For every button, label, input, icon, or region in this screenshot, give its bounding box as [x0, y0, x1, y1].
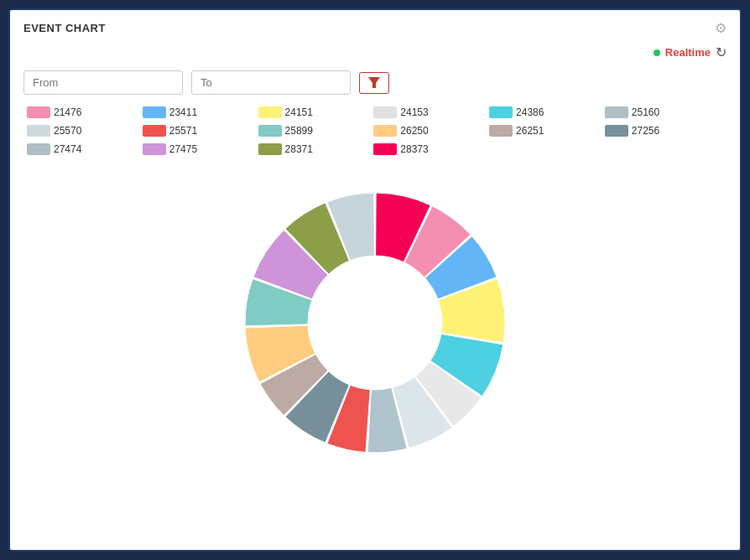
filter-button[interactable] [359, 72, 389, 94]
legend-swatch [258, 143, 282, 155]
legend-label: 25571 [169, 125, 197, 137]
legend-item: 27256 [605, 125, 721, 137]
legend-swatch [143, 125, 166, 137]
legend-swatch [27, 106, 50, 118]
legend-label: 26251 [516, 125, 544, 137]
legend-label: 21476 [54, 106, 81, 118]
event-chart-card: EVENT CHART ⚙ Realtime ↻ 21476 23411 241… [8, 8, 742, 552]
legend-swatch [373, 143, 397, 155]
legend-label: 28373 [400, 143, 428, 155]
legend-swatch [143, 143, 166, 155]
legend-item: 24151 [258, 106, 374, 118]
legend-swatch [373, 125, 397, 137]
legend-label: 25570 [54, 125, 81, 137]
realtime-label: Realtime [665, 46, 711, 59]
legend-item: 24153 [373, 106, 489, 118]
legend-label: 25899 [285, 125, 313, 137]
legend-item: 24386 [489, 106, 605, 118]
legend-item: 27475 [143, 143, 258, 155]
legend-item: 25899 [258, 125, 374, 137]
legend-item: 28371 [258, 143, 374, 155]
svg-marker-0 [368, 77, 380, 88]
legend-swatch [373, 106, 397, 118]
legend-label: 24153 [400, 106, 428, 118]
realtime-dot [654, 49, 660, 56]
legend-item: 26250 [373, 125, 489, 137]
legend-swatch [605, 106, 628, 118]
legend-swatch [258, 106, 282, 118]
legend-item: 26251 [489, 125, 605, 137]
legend-swatch [27, 143, 50, 155]
to-input[interactable] [191, 70, 351, 95]
refresh-icon[interactable]: ↻ [716, 44, 727, 60]
realtime-row: Realtime ↻ [23, 44, 727, 60]
donut-chart [224, 172, 526, 474]
legend-label: 25160 [632, 106, 659, 118]
gear-icon[interactable]: ⚙ [715, 20, 727, 36]
legend-label: 27474 [54, 143, 81, 155]
legend-item: 25571 [143, 125, 258, 137]
legend-item: 25160 [605, 106, 721, 118]
legend-swatch [605, 125, 628, 137]
legend-label: 24386 [516, 106, 544, 118]
legend-item: 25570 [27, 125, 143, 137]
legend-swatch [143, 106, 166, 118]
legend-item: 21476 [27, 106, 143, 118]
legend-item: 23411 [143, 106, 258, 118]
legend-label: 27475 [169, 143, 197, 155]
filter-icon [368, 77, 380, 89]
from-input[interactable] [23, 70, 183, 95]
legend-label: 24151 [285, 106, 313, 118]
legend-swatch [489, 106, 513, 118]
legend-label: 28371 [285, 143, 313, 155]
legend-swatch [27, 125, 50, 137]
filter-row [23, 70, 727, 95]
legend-label: 26250 [400, 125, 428, 137]
legend-item: 27474 [27, 143, 143, 155]
legend-swatch [258, 125, 282, 137]
card-header: EVENT CHART ⚙ [23, 20, 727, 36]
card-title: EVENT CHART [23, 22, 106, 34]
legend-item: 28373 [373, 143, 489, 155]
legend-label: 23411 [169, 106, 197, 118]
legend-label: 27256 [632, 125, 659, 137]
legend-area: 21476 23411 24151 24153 24386 25160 2557… [23, 106, 727, 158]
donut-svg [224, 172, 526, 474]
legend-swatch [489, 125, 513, 137]
chart-area [23, 172, 727, 474]
